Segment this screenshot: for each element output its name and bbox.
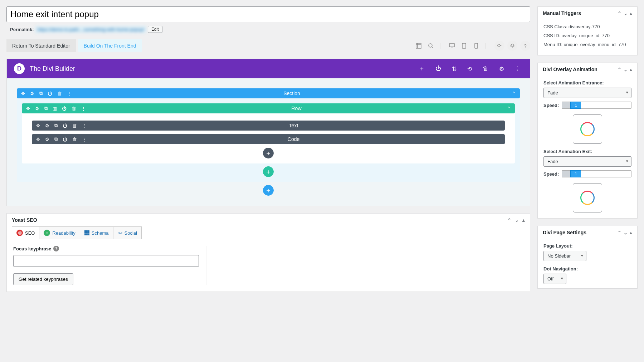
more-vertical-icon[interactable]: ⋮ [81,106,86,111]
power-icon[interactable]: ⏻ [63,123,67,128]
chevron-down-icon[interactable]: ⌄ [515,217,519,223]
focus-keyphrase-input[interactable] [13,255,199,267]
trash-icon[interactable]: 🗑 [483,65,488,72]
settings-gear-icon[interactable]: ⚙ [499,65,504,72]
panel-controls: ⌃ ⌄ ▴ [505,217,525,223]
divi-builder-title: The Divi Builder [30,65,75,73]
row-icons: ✥ ⚙ ⧉ ▥ ⏻ 🗑 ⋮ [26,106,86,111]
more-vertical-icon[interactable]: ⋮ [515,65,521,72]
more-vertical-icon[interactable]: ⋮ [67,91,72,96]
stack-icon[interactable] [507,41,517,51]
gear-icon[interactable]: ⚙ [35,106,39,111]
dot-nav-select[interactable]: Off [543,274,566,284]
chevron-up-icon[interactable]: ⌃ [507,217,511,223]
tab-readability[interactable]: ☺ Readability [39,226,80,239]
trash-icon[interactable]: 🗑 [57,91,62,96]
duplicate-icon[interactable]: ⧉ [39,90,43,96]
menu-id-line: Menu ID: unique_overlay_menu_id_770 [543,42,631,47]
exit-label: Select Animation Exit: [543,149,631,154]
help-circle-icon[interactable]: ? [53,246,59,251]
trash-icon[interactable]: 🗑 [72,123,77,128]
duplicate-icon[interactable]: ⧉ [54,136,58,142]
get-related-keyphrases-button[interactable]: Get related keyphrases [13,273,73,285]
chevron-down-icon[interactable]: ⌄ [624,230,628,235]
grid-icon [84,230,89,235]
power-icon[interactable]: ⏻ [63,137,67,142]
exit-select[interactable]: Fade [543,156,631,167]
desktop-view-icon[interactable] [449,43,455,49]
move-icon[interactable]: ✥ [36,137,40,142]
phone-view-icon[interactable] [473,43,479,49]
entrance-preview [573,114,602,144]
row-bar[interactable]: ✥ ⚙ ⧉ ▥ ⏻ 🗑 ⋮ Row ⌃ [22,103,515,113]
history-icon[interactable]: ⟲ [467,65,472,72]
help-icon[interactable]: ? [520,41,530,51]
columns-icon[interactable]: ▥ [53,106,57,111]
collapse-triangle-icon[interactable]: ▴ [630,230,632,235]
zoom-icon[interactable] [428,43,434,49]
sort-icon[interactable]: ⇅ [452,65,457,72]
build-frontend-button[interactable]: Build On The Front End [78,39,142,52]
tab-social[interactable]: ⫘ Social [113,226,142,239]
move-icon[interactable]: ✥ [21,91,25,96]
slider-handle[interactable]: 1 [570,170,581,177]
chevron-down-icon[interactable]: ⌄ [624,67,628,72]
slider-handle[interactable]: 1 [570,102,581,109]
entrance-select[interactable]: Fade [543,88,631,98]
add-module-button[interactable]: ＋ [263,148,274,158]
more-vertical-icon[interactable]: ⋮ [82,137,87,142]
move-icon[interactable]: ✥ [36,123,40,128]
gear-icon[interactable]: ⚙ [30,91,34,96]
exit-speed-row: Speed: 1 [543,170,631,177]
add-section-button[interactable]: ＋ [263,185,274,196]
svg-rect-5 [449,44,454,47]
section-bar[interactable]: ✥ ⚙ ⧉ ⏻ 🗑 ⋮ Section ⌃ [17,88,520,98]
chevron-up-icon[interactable]: ⌃ [512,91,516,96]
duplicate-icon[interactable]: ⧉ [54,123,58,128]
return-standard-editor-button[interactable]: Return To Standard Editor [6,39,76,52]
gear-icon[interactable]: ⚙ [45,123,49,128]
add-icon[interactable]: ＋ [419,65,425,73]
trash-icon[interactable]: 🗑 [72,106,76,111]
section-icons: ✥ ⚙ ⧉ ⏻ 🗑 ⋮ [21,90,72,96]
permalink-url[interactable]: https://demo-is-path-...something-with-h… [35,26,146,33]
gear-icon[interactable]: ⚙ [45,137,49,142]
dot-nav-label: Dot Navigation: [543,266,631,272]
power-icon[interactable]: ⏻ [435,65,441,72]
collapse-triangle-icon[interactable]: ▴ [630,67,632,72]
chevron-up-icon[interactable]: ⌃ [618,67,621,72]
action-icons-group: ? [494,41,530,51]
module-code[interactable]: ✥ ⚙ ⧉ ⏻ 🗑 ⋮ Code [32,134,505,144]
section-label: Section [72,90,512,96]
power-icon[interactable]: ⏻ [62,106,67,111]
entrance-speed-slider[interactable]: 1 [562,102,631,109]
chevron-up-icon[interactable]: ⌃ [507,106,511,111]
permalink-edit-button[interactable]: Edit [148,26,162,33]
duplicate-icon[interactable]: ⧉ [44,106,48,111]
collapse-triangle-icon[interactable]: ▴ [630,11,632,16]
yoast-tabs: ☹ SEO ☺ Readability Schema ⫘ Social [7,226,530,239]
trash-icon[interactable]: 🗑 [72,137,77,142]
chevron-down-icon[interactable]: ⌄ [624,11,628,16]
post-title-input[interactable] [6,6,530,22]
tab-seo[interactable]: ☹ SEO [12,226,39,239]
collapse-triangle-icon[interactable]: ▴ [522,217,525,223]
manual-triggers-panel: Manual Triggers ⌃⌄▴ CSS Class: divioverl… [537,6,638,55]
svg-point-3 [429,44,432,47]
chevron-up-icon[interactable]: ⌃ [618,11,621,16]
svg-marker-11 [511,44,514,47]
more-vertical-icon[interactable]: ⋮ [82,123,87,128]
sad-face-icon: ☹ [16,230,23,236]
wireframe-view-icon[interactable] [416,43,421,49]
layers-icon[interactable] [494,41,504,51]
module-text-label: Text [87,123,501,128]
tablet-view-icon[interactable] [461,43,467,49]
tab-schema[interactable]: Schema [80,226,113,239]
page-layout-select[interactable]: No Sidebar [543,251,586,261]
add-row-button[interactable]: ＋ [263,166,274,177]
power-icon[interactable]: ⏻ [48,91,52,96]
chevron-up-icon[interactable]: ⌃ [618,230,621,235]
exit-speed-slider[interactable]: 1 [562,170,631,177]
module-text[interactable]: ✥ ⚙ ⧉ ⏻ 🗑 ⋮ Text [32,121,505,131]
move-icon[interactable]: ✥ [26,106,30,111]
